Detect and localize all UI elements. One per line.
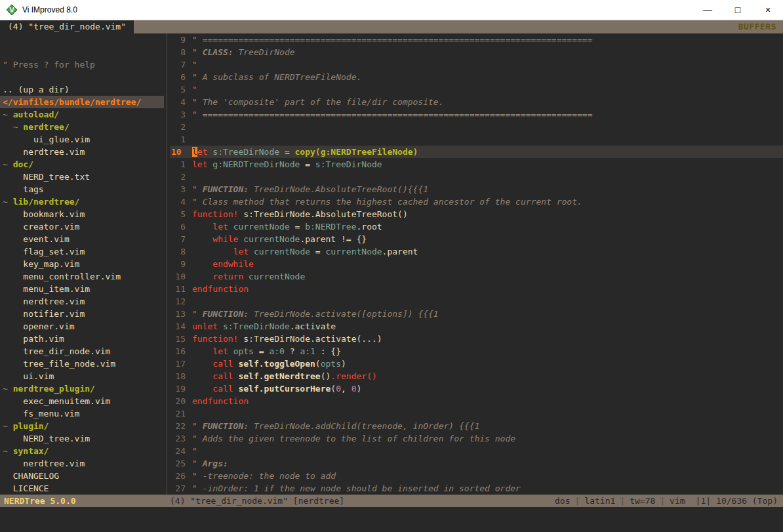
tree-item[interactable]: menu_controller.vim	[0, 270, 164, 283]
code-line[interactable]: 6" A subclass of NERDTreeFileNode.	[170, 71, 783, 83]
line-number: 11	[170, 283, 192, 295]
code-line-text: let opts = a:0 ? a:1 : {}	[192, 345, 341, 358]
tree-item-text: bookmark.vim	[3, 209, 85, 219]
tree-item[interactable]: creator.vim	[0, 220, 164, 233]
code-line[interactable]: 3" =====================================…	[170, 108, 783, 121]
code-line[interactable]: 22" FUNCTION: TreeDirNode.addChild(treen…	[170, 420, 783, 432]
token: 0	[336, 384, 341, 394]
code-line[interactable]: 13" FUNCTION: TreeDirNode.activate([opti…	[170, 308, 783, 320]
token: ~	[3, 159, 13, 169]
tree-root-path[interactable]: </vimfiles/bundle/nerdtree/	[0, 96, 164, 108]
tree-item[interactable]: ~ syntax/	[0, 445, 164, 457]
code-line[interactable]: 5"	[170, 83, 783, 96]
tree-item[interactable]: path.vim	[0, 333, 164, 345]
tree-item[interactable]: flag_set.vim	[0, 245, 164, 258]
tree-item[interactable]: ~ doc/	[0, 158, 164, 171]
token: opener.vim	[3, 321, 75, 331]
code-line[interactable]: 17 call self.toggleOpen(opts)	[170, 358, 783, 370]
close-button[interactable]: ×	[753, 0, 783, 20]
tree-item[interactable]: event.vim	[0, 233, 164, 245]
tree-item[interactable]: tree_dir_node.vim	[0, 345, 164, 358]
code-line[interactable]: 2	[170, 121, 783, 133]
code-line-text: "	[192, 445, 197, 457]
code-line[interactable]: 7"	[170, 58, 783, 71]
code-line-text: let g:NERDTreeDirNode = s:TreeDirNode	[192, 158, 382, 171]
code-line[interactable]: 4" The 'composite' part of the file/dir …	[170, 96, 783, 108]
code-line[interactable]: 4" Class method that returns the highest…	[170, 195, 783, 208]
code-line[interactable]: 9 endwhile	[170, 258, 783, 270]
tree-item[interactable]: notifier.vim	[0, 308, 164, 320]
code-line[interactable]: 11endfunction	[170, 283, 783, 295]
tree-item[interactable]: nerdtree.vim	[0, 457, 164, 470]
tree-item[interactable]: ~ autoload/	[0, 108, 164, 121]
tree-item[interactable]: ~ nerdtree/	[0, 121, 164, 133]
code-line-text: return currentNode	[192, 270, 305, 283]
code-line[interactable]: 9" =====================================…	[170, 33, 783, 46]
tree-help[interactable]: " Press ? for help	[0, 58, 164, 71]
window-separator[interactable]	[164, 33, 170, 495]
tree-up-dir[interactable]: .. (up a dir)	[0, 83, 164, 96]
code-line[interactable]: 26" -treenode: the node to add	[170, 470, 783, 482]
tree-item[interactable]: menu_item.vim	[0, 283, 164, 295]
tree-item[interactable]	[0, 71, 164, 83]
code-line[interactable]: 20endfunction	[170, 395, 783, 407]
code-line[interactable]: 12	[170, 295, 783, 308]
tree-item-text: ~ nerdtree_plugin/	[3, 384, 95, 394]
tree-item[interactable]: ui.vim	[0, 370, 164, 382]
code-line[interactable]: 24"	[170, 445, 783, 457]
tree-item[interactable]: opener.vim	[0, 320, 164, 333]
tree-item[interactable]: NERD_tree.vim	[0, 432, 164, 445]
token: menu_controller.vim	[3, 272, 121, 281]
code-line[interactable]: 3" FUNCTION: TreeDirNode.AbsoluteTreeRoo…	[170, 183, 783, 195]
tree-item[interactable]: bookmark.vim	[0, 208, 164, 220]
tree-item[interactable]: ~ nerdtree_plugin/	[0, 382, 164, 395]
token: ~	[3, 446, 13, 456]
code-line[interactable]: 21	[170, 407, 783, 420]
code-line[interactable]: 23" Adds the given treenode to the list …	[170, 432, 783, 445]
code-line[interactable]: 6 let currentNode = b:NERDTree.root	[170, 220, 783, 233]
tree-item[interactable]: key_map.vim	[0, 258, 164, 270]
code-line[interactable]: 7 while currentNode.parent != {}	[170, 233, 783, 245]
token: s:TreeDirNode	[212, 147, 279, 157]
token: currentNode	[233, 222, 290, 232]
code-line[interactable]: 16 let opts = a:0 ? a:1 : {}	[170, 345, 783, 358]
code-line[interactable]: 27" -inOrder: 1 if the new node should b…	[170, 482, 783, 495]
statusline-right: dos | latin1 | tw=78 | vim |1| 10/636 (T…	[555, 495, 783, 507]
tree-item[interactable]: ~ lib/nerdtree/	[0, 195, 164, 208]
token: .render()	[331, 371, 376, 381]
tree-item[interactable]: exec_menuitem.vim	[0, 395, 164, 407]
tree-item[interactable]: ui_glue.vim	[0, 133, 164, 146]
tree-item[interactable]: nerdtree.vim	[0, 295, 164, 308]
tree-item[interactable]: LICENCE	[0, 482, 164, 495]
tree-item[interactable]: nerdtree.vim	[0, 146, 164, 158]
token: flag_set.vim	[3, 247, 85, 256]
code-line[interactable]: 19 call self.putCursorHere(0, 0)	[170, 382, 783, 395]
tree-item[interactable]: tags	[0, 183, 164, 195]
tree-item[interactable]: ~ plugin/	[0, 420, 164, 432]
code-line[interactable]: 10 return currentNode	[170, 270, 783, 283]
code-line[interactable]: 14unlet s:TreeDirNode.activate	[170, 320, 783, 333]
code-line[interactable]: 5function! s:TreeDirNode.AbsoluteTreeRoo…	[170, 208, 783, 220]
code-line[interactable]: 1let g:NERDTreeDirNode = s:TreeDirNode	[170, 158, 783, 171]
code-line[interactable]: 25" Args:	[170, 457, 783, 470]
tree-item-text: path.vim	[3, 334, 64, 344]
tree-item[interactable]: tree_file_node.vim	[0, 358, 164, 370]
code-line[interactable]: 10let s:TreeDirNode = copy(g:NERDTreeFil…	[170, 146, 783, 158]
line-number: 22	[170, 420, 192, 432]
code-line[interactable]: 18 call self.getNerdtree().render()	[170, 370, 783, 382]
code-line[interactable]: 1	[170, 133, 783, 146]
tab-active-buffer[interactable]: (4) "tree_dir_node.vim"	[0, 20, 134, 33]
token: ~	[3, 110, 13, 119]
code-line[interactable]: 15function! s:TreeDirNode.activate(...)	[170, 333, 783, 345]
code-line[interactable]: 8 let currentNode = currentNode.parent	[170, 245, 783, 258]
maximize-button[interactable]: □	[723, 0, 753, 20]
command-line[interactable]	[0, 507, 783, 532]
tree-item[interactable]: fs_menu.vim	[0, 407, 164, 420]
tab-line: (4) "tree_dir_node.vim" BUFFERS	[0, 20, 783, 33]
tree-item[interactable]: CHANGELOG	[0, 470, 164, 482]
minimize-button[interactable]: —	[693, 0, 723, 20]
token: (	[315, 359, 321, 369]
code-line[interactable]: 8" CLASS: TreeDirNode	[170, 46, 783, 58]
tree-item[interactable]: NERD_tree.txt	[0, 171, 164, 183]
code-line[interactable]: 2	[170, 171, 783, 183]
